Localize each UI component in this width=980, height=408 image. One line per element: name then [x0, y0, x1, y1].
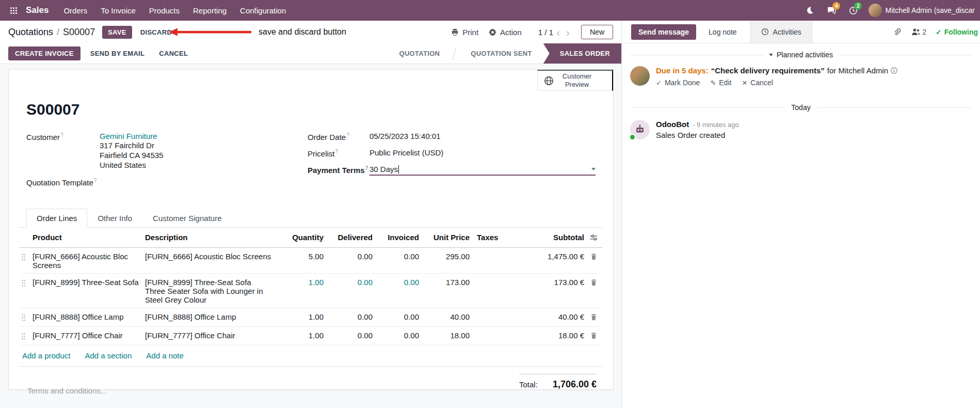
- col-invoiced[interactable]: Invoiced: [373, 233, 419, 242]
- tab-order-lines[interactable]: Order Lines: [26, 209, 87, 228]
- cell-unit-price[interactable]: 173.00: [419, 278, 470, 287]
- optional-columns-icon[interactable]: [590, 234, 598, 243]
- send-message-button[interactable]: Send message: [631, 24, 696, 40]
- quotation-template-value[interactable]: [100, 177, 308, 190]
- col-description[interactable]: Description: [145, 233, 278, 242]
- col-delivered[interactable]: Delivered: [324, 233, 373, 242]
- activity-avatar[interactable]: [630, 66, 650, 86]
- menu-configuration[interactable]: Configuration: [233, 0, 293, 21]
- activities-tab[interactable]: Activities: [750, 21, 812, 43]
- cell-description[interactable]: [FURN_8999] Three-Seat Sofa Three Seater…: [145, 278, 278, 304]
- cell-quantity[interactable]: 1.00: [278, 312, 324, 321]
- add-note-link[interactable]: Add a note: [146, 351, 184, 360]
- cancel-button[interactable]: CANCEL: [154, 46, 192, 60]
- cancel-activity-button[interactable]: ✕ Cancel: [742, 79, 773, 87]
- drag-handle-icon[interactable]: [19, 252, 33, 262]
- customer-preview-button[interactable]: Customer Preview: [537, 70, 613, 91]
- send-by-email-button[interactable]: SEND BY EMAIL: [86, 46, 150, 60]
- pager-next-icon[interactable]: ›: [563, 27, 573, 38]
- order-line-row[interactable]: [FURN_6666] Acoustic Bloc Screens [FURN_…: [19, 248, 603, 274]
- user-name[interactable]: Mitchell Admin (save_discar: [885, 6, 975, 14]
- state-quotation-sent[interactable]: QUOTATION SENT: [459, 43, 543, 64]
- cell-invoiced[interactable]: 0.00: [373, 331, 419, 340]
- planned-activities-toggle[interactable]: Planned activities: [769, 51, 833, 59]
- following-button[interactable]: ✓ Following: [936, 28, 978, 36]
- cell-delivered[interactable]: 0.00: [324, 278, 373, 287]
- order-line-row[interactable]: [FURN_7777] Office Chair [FURN_7777] Off…: [19, 327, 603, 346]
- cell-quantity[interactable]: 1.00: [278, 331, 324, 340]
- tab-customer-signature[interactable]: Customer Signature: [142, 209, 232, 228]
- record-title[interactable]: S00007: [9, 101, 613, 118]
- delete-row-icon[interactable]: [590, 253, 597, 262]
- col-taxes[interactable]: Taxes: [470, 233, 526, 242]
- col-unit-price[interactable]: Unit Price: [419, 233, 470, 242]
- delete-row-icon[interactable]: [590, 313, 597, 322]
- cell-description[interactable]: [FURN_6666] Acoustic Bloc Screens: [145, 252, 278, 261]
- messages-icon[interactable]: 4: [822, 1, 841, 20]
- col-quantity[interactable]: Quantity: [278, 233, 324, 242]
- menu-reporting[interactable]: Reporting: [186, 0, 233, 21]
- cell-invoiced[interactable]: 0.00: [373, 312, 419, 321]
- menu-to-invoice[interactable]: To Invoice: [94, 0, 142, 21]
- create-invoice-button[interactable]: CREATE INVOICE: [8, 46, 81, 60]
- save-button[interactable]: SAVE: [102, 26, 132, 39]
- print-button[interactable]: Print: [446, 26, 484, 39]
- dark-mode-moon-icon[interactable]: [800, 1, 819, 20]
- menu-products[interactable]: Products: [142, 0, 186, 21]
- order-line-row[interactable]: [FURN_8888] Office Lamp [FURN_8888] Offi…: [19, 308, 603, 327]
- app-brand[interactable]: Sales: [26, 5, 49, 15]
- cell-quantity[interactable]: 1.00: [278, 278, 324, 287]
- apps-grid-icon[interactable]: [5, 2, 22, 19]
- delete-row-icon[interactable]: [590, 332, 597, 341]
- dropdown-caret-icon[interactable]: [591, 168, 596, 170]
- cell-quantity[interactable]: 5.00: [278, 252, 324, 261]
- tab-other-info[interactable]: Other Info: [87, 209, 142, 228]
- attachments-paperclip-icon[interactable]: [892, 27, 902, 37]
- add-product-link[interactable]: Add a product: [22, 351, 70, 360]
- cell-invoiced[interactable]: 0.00: [373, 278, 419, 287]
- cell-product[interactable]: [FURN_7777] Office Chair: [33, 331, 145, 340]
- pager-previous-icon[interactable]: ‹: [553, 27, 563, 38]
- delete-row-icon[interactable]: [590, 279, 597, 288]
- drag-handle-icon[interactable]: [19, 312, 33, 323]
- cell-product[interactable]: [FURN_6666] Acoustic Bloc Screens: [33, 252, 145, 270]
- state-sales-order[interactable]: SALES ORDER: [543, 43, 621, 64]
- state-quotation[interactable]: QUOTATION: [388, 43, 451, 64]
- activities-clock-icon[interactable]: 2: [844, 1, 862, 20]
- col-product[interactable]: Product: [33, 233, 145, 242]
- col-subtotal[interactable]: Subtotal: [526, 233, 584, 242]
- customer-link[interactable]: Gemini Furniture: [100, 132, 157, 140]
- cell-product[interactable]: [FURN_8888] Office Lamp: [33, 312, 145, 321]
- user-avatar[interactable]: [869, 4, 882, 17]
- cell-invoiced[interactable]: 0.00: [373, 252, 419, 261]
- menu-orders[interactable]: Orders: [57, 0, 94, 21]
- terms-placeholder[interactable]: Terms and conditions...: [19, 374, 107, 395]
- breadcrumb-quotations[interactable]: Quotations: [8, 27, 53, 38]
- message-author[interactable]: OdooBot: [656, 120, 689, 129]
- cell-product[interactable]: [FURN_8999] Three-Seat Sofa: [33, 278, 145, 287]
- cell-unit-price[interactable]: 295.00: [419, 252, 470, 261]
- quotation-template-field[interactable]: Quotation Template?: [26, 177, 308, 190]
- action-button[interactable]: Action: [484, 26, 527, 39]
- followers-button[interactable]: 2: [910, 27, 927, 37]
- cell-delivered[interactable]: 0.00: [324, 312, 373, 321]
- pricelist-value[interactable]: Public Pricelist (USD): [369, 148, 596, 161]
- order-line-row[interactable]: [FURN_8999] Three-Seat Sofa [FURN_8999] …: [19, 274, 603, 308]
- edit-activity-button[interactable]: ✎ Edit: [710, 79, 731, 87]
- new-button[interactable]: New: [581, 25, 613, 39]
- mark-done-button[interactable]: ✓ Mark Done: [656, 79, 700, 87]
- order-date-value[interactable]: 05/25/2023 15:40:01: [369, 132, 596, 145]
- payment-terms-input[interactable]: 30 Days: [369, 165, 596, 176]
- cell-unit-price[interactable]: 18.00: [419, 331, 470, 340]
- log-note-button[interactable]: Log note: [702, 24, 743, 40]
- drag-handle-icon[interactable]: [19, 331, 33, 341]
- cell-description[interactable]: [FURN_7777] Office Chair: [145, 331, 278, 340]
- add-section-link[interactable]: Add a section: [85, 351, 132, 360]
- cell-description[interactable]: [FURN_8888] Office Lamp: [145, 312, 278, 321]
- odoobot-avatar[interactable]: [630, 120, 650, 139]
- cell-delivered[interactable]: 0.00: [324, 331, 373, 340]
- cell-delivered[interactable]: 0.00: [324, 252, 373, 261]
- discard-button[interactable]: DISCARD: [136, 26, 176, 39]
- cell-unit-price[interactable]: 40.00: [419, 312, 470, 321]
- drag-handle-icon[interactable]: [19, 278, 33, 288]
